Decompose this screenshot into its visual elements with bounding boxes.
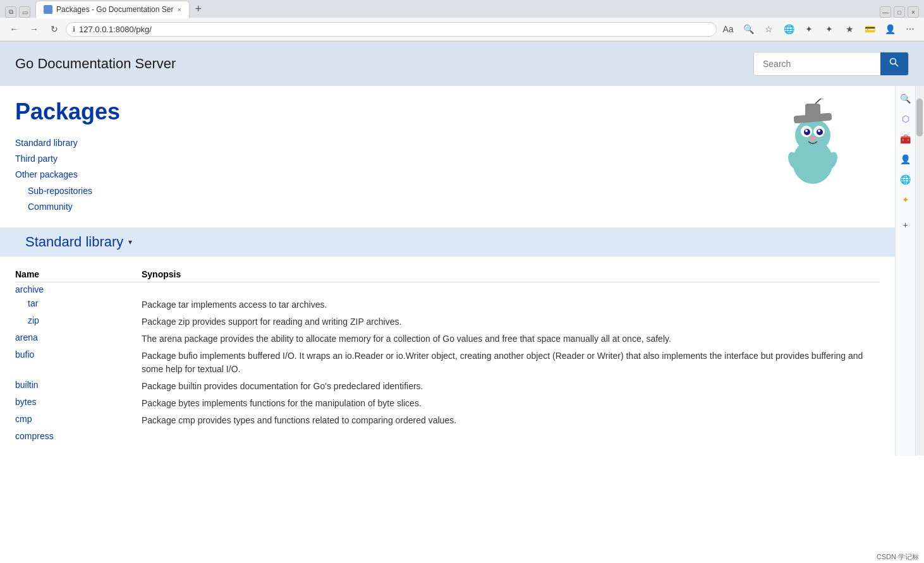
- toc-third-party[interactable]: Third party: [15, 151, 880, 167]
- profile-btn[interactable]: 👤: [881, 20, 899, 38]
- nav-icons: Aa 🔍 ☆ 🌐 ✦ ✦ ★ 💳 👤 ⋯: [719, 20, 919, 38]
- wallet-btn[interactable]: 💳: [861, 20, 878, 38]
- svg-point-8: [805, 130, 808, 132]
- toc-sub-repositories[interactable]: Sub-repositories: [28, 183, 880, 199]
- browser-copilot-btn[interactable]: ✦: [800, 20, 818, 38]
- pkg-synopsis-cell: Package bytes implements functions for t…: [142, 395, 880, 412]
- col-name: Name: [15, 267, 142, 282]
- standard-library-section-header: Standard library ▾: [0, 227, 895, 257]
- toc-standard-library[interactable]: Standard library: [15, 135, 880, 151]
- address-bar[interactable]: ℹ 127.0.0.1:8080/pkg/: [66, 22, 717, 37]
- scrollbar-track[interactable]: [915, 86, 924, 456]
- page-title: Packages: [15, 99, 880, 125]
- favorites-btn[interactable]: ☆: [760, 20, 777, 38]
- svg-point-3: [795, 119, 830, 152]
- pkg-name-link[interactable]: bytes: [15, 397, 36, 407]
- main-content: Packages: [0, 86, 895, 456]
- pkg-name-link[interactable]: bufio: [15, 349, 34, 360]
- pkg-synopsis-cell: Package zip provides support for reading…: [142, 313, 880, 330]
- sidebar-bag-icon[interactable]: 🧰: [898, 131, 913, 147]
- close-btn[interactable]: ×: [908, 6, 919, 18]
- toc-community[interactable]: Community: [28, 199, 880, 215]
- table-row: bufioPackage bufio implements buffered I…: [15, 348, 880, 378]
- search-input[interactable]: [754, 52, 880, 75]
- tab-close-btn[interactable]: ×: [177, 6, 181, 13]
- pkg-synopsis-cell: [142, 282, 880, 296]
- pkg-synopsis-cell: [142, 429, 880, 443]
- tab-favicon: [44, 5, 52, 14]
- collections-btn[interactable]: ✦: [820, 20, 838, 38]
- package-table: Name Synopsis archivetarPackage tar impl…: [15, 267, 880, 443]
- scrollbar-thumb[interactable]: [916, 99, 923, 136]
- pkg-name-link[interactable]: arena: [15, 332, 38, 342]
- table-row: compress: [15, 429, 880, 443]
- pkg-name-link[interactable]: cmp: [15, 414, 32, 424]
- back-btn[interactable]: ←: [5, 20, 23, 38]
- pkg-synopsis-cell: Package tar implements access to tar arc…: [142, 296, 880, 313]
- search-box: [753, 52, 909, 76]
- table-row: builtinPackage builtin provides document…: [15, 378, 880, 395]
- table-row: cmpPackage cmp provides types and functi…: [15, 412, 880, 429]
- tab-bar: ⧉ ▭ Packages - Go Documentation Ser × + …: [0, 0, 924, 18]
- tab-switch-btn[interactable]: ⧉: [5, 6, 16, 18]
- sidebar-add-icon[interactable]: +: [898, 217, 913, 233]
- forward-btn[interactable]: →: [25, 20, 43, 38]
- section-toggle[interactable]: ▾: [128, 238, 132, 246]
- read-mode-btn[interactable]: Aa: [719, 20, 737, 38]
- sidebar-user-icon[interactable]: 👤: [898, 152, 913, 167]
- address-text: 127.0.0.1:8080/pkg/: [79, 25, 710, 34]
- browser-ext-btn[interactable]: 🌐: [780, 20, 798, 38]
- svg-point-0: [891, 59, 896, 64]
- pkg-name-link[interactable]: tar: [28, 298, 38, 308]
- sidebar-star-icon[interactable]: ✦: [898, 192, 913, 207]
- bookmark-btn[interactable]: ★: [841, 20, 858, 38]
- table-row: tarPackage tar implements access to tar …: [15, 296, 880, 313]
- site-title: Go Documentation Server: [15, 56, 176, 72]
- svg-line-13: [815, 99, 822, 104]
- new-tab-btn[interactable]: +: [190, 0, 207, 18]
- search-icon: [889, 58, 899, 68]
- maximize-btn[interactable]: □: [894, 6, 905, 18]
- table-row: bytesPackage bytes implements functions …: [15, 395, 880, 412]
- settings-btn[interactable]: ⋯: [901, 20, 919, 38]
- pkg-synopsis-cell: The arena package provides the ability t…: [142, 330, 880, 348]
- right-sidebar: 🔍 ⬡ 🧰 👤 🌐 ✦ +: [895, 86, 915, 456]
- table-row: arenaThe arena package provides the abil…: [15, 330, 880, 348]
- sidebar-toggle-btn[interactable]: ▭: [19, 6, 30, 18]
- sidebar-globe-icon[interactable]: 🌐: [898, 172, 913, 187]
- toc-indent: Sub-repositories Community: [15, 183, 880, 215]
- pkg-synopsis-cell: Package builtin provides documentation f…: [142, 378, 880, 395]
- pkg-category-link[interactable]: compress: [15, 431, 54, 441]
- svg-rect-12: [805, 104, 820, 118]
- pkg-synopsis-cell: Package bufio implements buffered I/O. I…: [142, 348, 880, 378]
- tab-title: Packages - Go Documentation Ser: [56, 5, 173, 14]
- col-synopsis: Synopsis: [142, 267, 880, 282]
- zoom-btn[interactable]: 🔍: [739, 20, 757, 38]
- pkg-name-link[interactable]: zip: [28, 315, 39, 325]
- security-icon: ℹ: [73, 25, 75, 33]
- nav-bar: ← → ↻ ℹ 127.0.0.1:8080/pkg/ Aa 🔍 ☆ 🌐 ✦ ✦…: [0, 18, 924, 41]
- pkg-category-link[interactable]: archive: [15, 284, 44, 294]
- toc-other-packages[interactable]: Other packages: [15, 167, 880, 183]
- search-button[interactable]: [880, 52, 908, 75]
- svg-point-10: [809, 136, 817, 141]
- svg-line-1: [896, 64, 899, 67]
- table-row: zipPackage zip provides support for read…: [15, 313, 880, 330]
- page-header: Go Documentation Server: [0, 42, 924, 86]
- pkg-name-link[interactable]: builtin: [15, 380, 39, 390]
- minimize-btn[interactable]: —: [880, 6, 891, 18]
- gopher-mascot: [781, 99, 844, 187]
- sidebar-color-icon[interactable]: ⬡: [898, 111, 913, 126]
- pkg-synopsis-cell: Package cmp provides types and functions…: [142, 412, 880, 429]
- svg-point-9: [818, 130, 820, 132]
- sidebar-search-icon[interactable]: 🔍: [898, 91, 913, 106]
- table-of-contents: Standard library Third party Other packa…: [15, 135, 880, 215]
- section-title-link[interactable]: Standard library: [25, 234, 123, 250]
- table-row: archive: [15, 282, 880, 296]
- refresh-btn[interactable]: ↻: [46, 20, 63, 38]
- active-tab[interactable]: Packages - Go Documentation Ser ×: [35, 1, 190, 18]
